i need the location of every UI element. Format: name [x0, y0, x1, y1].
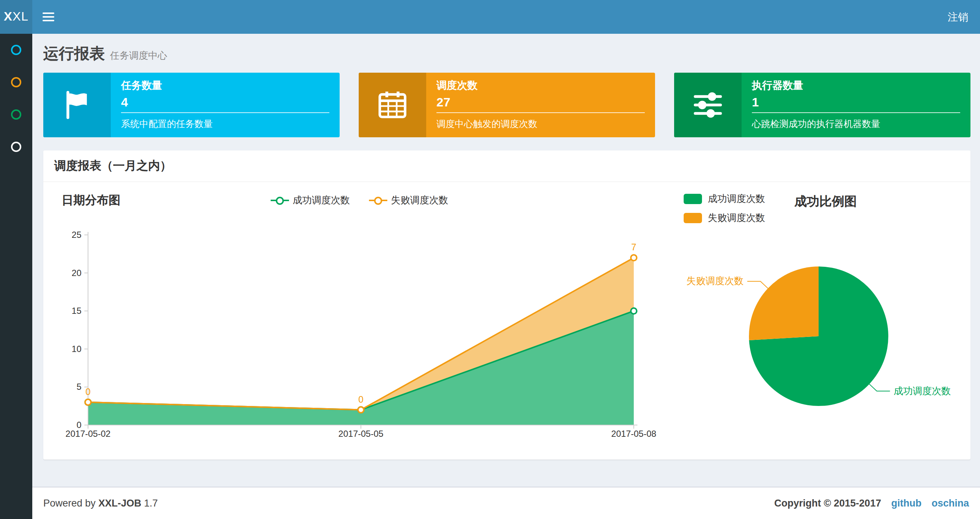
divider — [752, 112, 960, 113]
main-content: 运行报表任务调度中心 任务数量 4 系统中配置的任务数量 — [32, 34, 980, 460]
sliders-icon — [674, 73, 741, 137]
report-panel: 调度报表（一月之内） 日期分布图 成功调度次数失败调度次数 0510152025… — [43, 150, 970, 460]
pie-legend-swatch-icon — [684, 194, 702, 204]
page-title: 运行报表 — [43, 45, 105, 62]
line-legend-marker-icon — [369, 196, 387, 204]
powered-prefix: Powered by — [43, 498, 96, 509]
svg-text:成功调度次数: 成功调度次数 — [894, 385, 951, 396]
info-box-value: 27 — [436, 96, 645, 110]
copyright-text: Copyright © 2015-2017 — [774, 498, 881, 509]
info-box-content: 执行器数量 1 心跳检测成功的执行器机器数量 — [741, 73, 970, 137]
divider — [436, 112, 645, 113]
svg-text:5: 5 — [76, 382, 81, 392]
svg-text:2017-05-02: 2017-05-02 — [66, 429, 111, 439]
line-chart-title: 日期分布图 — [62, 193, 120, 208]
legend-item[interactable]: 失败调度次数 — [369, 194, 448, 207]
legend-item[interactable]: 成功调度次数 — [270, 194, 350, 207]
info-box-title: 执行器数量 — [752, 79, 960, 93]
info-box-title: 任务数量 — [121, 79, 329, 93]
github-link[interactable]: github — [891, 498, 921, 509]
info-box-jobs: 任务数量 4 系统中配置的任务数量 — [43, 73, 340, 137]
hamburger-icon — [43, 16, 54, 18]
success-ratio-section: 成功调度次数失败调度次数 成功比例图 成功调度次数失败调度次数 — [665, 188, 958, 455]
pie-chart-header: 成功调度次数失败调度次数 成功比例图 — [665, 188, 958, 225]
flag-icon — [43, 73, 111, 137]
top-navbar: XXL 注销 — [0, 0, 980, 34]
svg-text:2017-05-05: 2017-05-05 — [339, 429, 383, 439]
info-box-row: 任务数量 4 系统中配置的任务数量 — [43, 73, 970, 137]
divider — [121, 112, 329, 113]
oschina-link[interactable]: oschina — [932, 498, 969, 509]
info-box-value: 4 — [121, 96, 329, 110]
svg-text:25: 25 — [72, 230, 81, 240]
hamburger-icon — [43, 20, 54, 21]
legend-label: 成功调度次数 — [293, 194, 350, 207]
info-box-executors: 执行器数量 1 心跳检测成功的执行器机器数量 — [674, 73, 970, 137]
circle-icon — [11, 77, 21, 87]
footer: Powered by XXL-JOB 1.7 Copyright © 2015-… — [32, 487, 980, 519]
circle-icon — [11, 142, 21, 152]
info-box-desc: 调度中心触发的调度次数 — [436, 118, 645, 131]
logo-text: XL — [13, 10, 29, 24]
sidebar-item-2[interactable] — [0, 66, 32, 98]
chart-header: 日期分布图 成功调度次数失败调度次数 — [54, 188, 665, 213]
sidebar-item-3[interactable] — [0, 98, 32, 131]
app-root: XXL 注销 运行报表任务调度中心 — [0, 0, 980, 519]
svg-text:0: 0 — [86, 386, 91, 397]
pie-chart-legend: 成功调度次数失败调度次数 — [684, 192, 765, 225]
product-version: 1.7 — [144, 498, 158, 509]
info-box-content: 调度次数 27 调度中心触发的调度次数 — [426, 73, 655, 137]
sidebar — [0, 34, 32, 519]
legend-label: 失败调度次数 — [391, 194, 448, 207]
svg-text:10: 10 — [72, 344, 81, 354]
pie-legend-swatch-icon — [684, 213, 702, 223]
legend-label: 失败调度次数 — [708, 211, 765, 225]
logout-link[interactable]: 注销 — [936, 0, 980, 34]
panel-title: 调度报表（一月之内） — [43, 150, 970, 182]
pie-chart-title: 成功比例图 — [794, 193, 857, 210]
navbar-right: 注销 — [936, 0, 980, 34]
info-box-content: 任务数量 4 系统中配置的任务数量 — [111, 73, 340, 137]
circle-icon — [11, 109, 21, 120]
svg-text:0: 0 — [358, 394, 363, 404]
footer-copyright: Copyright © 2015-2017 github oschina — [774, 498, 969, 509]
legend-item[interactable]: 失败调度次数 — [684, 211, 765, 225]
hamburger-icon — [43, 13, 54, 14]
svg-text:2017-05-08: 2017-05-08 — [611, 429, 657, 439]
line-chart-legend: 成功调度次数失败调度次数 — [54, 194, 665, 207]
logo-text-bold: X — [4, 10, 13, 24]
panel-body: 日期分布图 成功调度次数失败调度次数 05101520252017-05-022… — [43, 182, 970, 460]
line-legend-marker-icon — [270, 196, 289, 204]
info-box-title: 调度次数 — [436, 79, 645, 93]
svg-text:0: 0 — [76, 420, 81, 430]
product-name: XXL-JOB — [98, 498, 141, 509]
date-distribution-section: 日期分布图 成功调度次数失败调度次数 05101520252017-05-022… — [54, 188, 665, 455]
footer-powered: Powered by XXL-JOB 1.7 — [43, 498, 158, 509]
svg-text:20: 20 — [72, 268, 81, 278]
info-box-value: 1 — [752, 96, 960, 110]
page-header: 运行报表任务调度中心 — [43, 34, 970, 73]
info-box-desc: 心跳检测成功的执行器机器数量 — [752, 118, 960, 131]
sidebar-item-1[interactable] — [0, 34, 32, 66]
circle-icon — [11, 45, 21, 55]
svg-text:失败调度次数: 失败调度次数 — [686, 275, 743, 286]
legend-label: 成功调度次数 — [708, 192, 765, 206]
info-box-triggers: 调度次数 27 调度中心触发的调度次数 — [359, 73, 655, 137]
success-ratio-pie: 成功调度次数失败调度次数 — [665, 225, 958, 449]
date-distribution-chart: 05101520252017-05-022017-05-052017-05-08… — [54, 213, 665, 448]
legend-item[interactable]: 成功调度次数 — [684, 192, 765, 206]
sidebar-toggle-button[interactable] — [32, 0, 65, 34]
info-box-desc: 系统中配置的任务数量 — [121, 118, 329, 131]
sidebar-item-4[interactable] — [0, 131, 32, 163]
app-logo[interactable]: XXL — [0, 0, 32, 34]
page-subtitle: 任务调度中心 — [110, 50, 167, 61]
svg-text:15: 15 — [72, 306, 81, 316]
calendar-icon — [359, 73, 426, 137]
svg-text:7: 7 — [631, 242, 636, 252]
